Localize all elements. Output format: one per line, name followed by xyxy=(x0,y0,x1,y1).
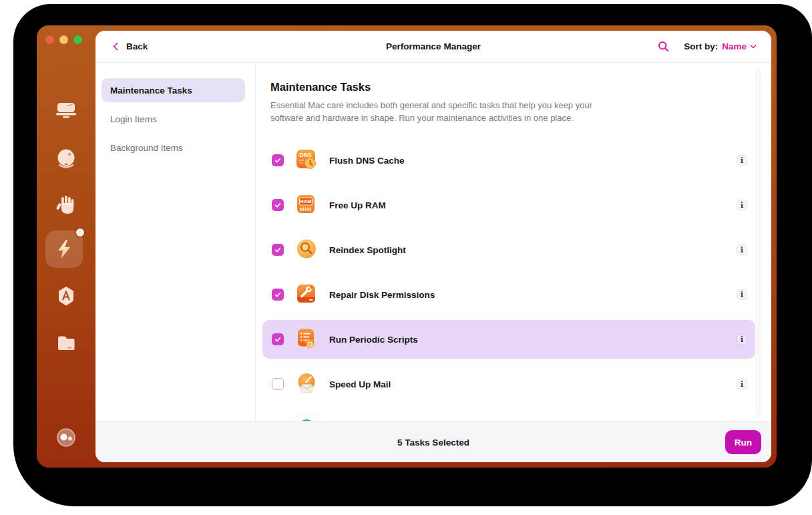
applications-icon[interactable] xyxy=(37,283,95,310)
monitor-icon[interactable] xyxy=(37,100,95,124)
task-row-run-periodic-scripts[interactable]: Run Periodic Scripts i xyxy=(262,320,755,359)
sphere-icon[interactable] xyxy=(37,146,95,172)
minimize-window-button[interactable] xyxy=(59,35,68,44)
scripts-gear-tile-icon xyxy=(294,327,319,351)
zoom-window-button[interactable] xyxy=(73,35,82,44)
disk-wrench-tile-icon xyxy=(294,283,319,307)
content-description: Essential Mac care includes both general… xyxy=(270,100,608,124)
task-row-flush-dns-cache[interactable]: DNS Flush DNS Cache i xyxy=(262,141,755,180)
task-label: Flush DNS Cache xyxy=(329,156,405,166)
info-icon[interactable]: i xyxy=(737,379,747,389)
task-label: Reindex Spotlight xyxy=(329,245,406,255)
info-icon[interactable]: i xyxy=(737,334,747,345)
section-nav: Maintenance Tasks Login Items Background… xyxy=(95,63,256,421)
toolbar-right-group: Sort by: Name xyxy=(658,41,757,52)
spotlight-magnifier-tile-icon xyxy=(294,238,319,262)
page-title: Performance Manager xyxy=(386,41,481,51)
task-checkbox[interactable] xyxy=(272,333,284,345)
task-label: Repair Disk Permissions xyxy=(329,290,435,300)
back-button-label: Back xyxy=(126,41,148,51)
task-label: Run Periodic Scripts xyxy=(329,335,418,345)
chevron-down-icon xyxy=(750,42,757,49)
task-row-free-up-ram[interactable]: RAM Free Up RAM i xyxy=(262,186,755,224)
footer-bar: 5 Tasks Selected Run xyxy=(95,421,771,462)
mail-gauge-tile-icon xyxy=(294,372,319,396)
task-list: DNS Flush DNS Cache i xyxy=(262,141,755,403)
traffic-lights xyxy=(45,35,82,44)
app-window: Back Performance Manager Sort by: Name xyxy=(37,25,777,468)
info-icon[interactable]: i xyxy=(737,155,747,166)
nav-item-background-items[interactable]: Background Items xyxy=(95,136,255,160)
task-row-repair-disk-permissions[interactable]: Repair Disk Permissions i xyxy=(262,275,755,314)
task-checkbox[interactable] xyxy=(272,378,284,390)
sort-by-label: Sort by: xyxy=(684,41,718,51)
info-icon[interactable]: i xyxy=(737,289,747,300)
svg-text:DNS: DNS xyxy=(300,152,312,158)
task-checkbox[interactable] xyxy=(272,199,284,211)
tasks-selected-status: 5 Tasks Selected xyxy=(397,437,469,447)
folder-icon[interactable] xyxy=(37,330,95,355)
task-row-speed-up-mail[interactable]: Speed Up Mail i xyxy=(262,365,755,403)
ram-chip-tile-icon: RAM xyxy=(294,193,319,217)
info-icon[interactable]: i xyxy=(737,244,747,255)
svg-text:RAM: RAM xyxy=(300,198,311,204)
task-label: Free Up RAM xyxy=(329,200,386,210)
run-button[interactable]: Run xyxy=(725,430,761,454)
lightning-icon xyxy=(54,238,74,260)
close-window-button[interactable] xyxy=(45,35,54,44)
dns-clock-tile-icon: DNS xyxy=(294,148,319,172)
task-label: Speed Up Mail xyxy=(329,379,391,389)
content-panel: Back Performance Manager Sort by: Name xyxy=(95,31,771,462)
panel-body: Maintenance Tasks Login Items Background… xyxy=(95,63,771,421)
partial-task-icon xyxy=(294,415,319,421)
nav-item-login-items[interactable]: Login Items xyxy=(95,107,255,131)
task-checkbox[interactable] xyxy=(272,244,284,256)
notification-badge xyxy=(76,228,84,236)
info-icon[interactable]: i xyxy=(737,200,747,210)
search-icon[interactable] xyxy=(658,41,669,52)
task-row-reindex-spotlight[interactable]: Reindex Spotlight i xyxy=(262,230,755,269)
back-button[interactable]: Back xyxy=(114,41,148,51)
hand-icon[interactable] xyxy=(37,192,95,219)
performance-tab-selected[interactable] xyxy=(45,230,83,268)
scrollbar[interactable] xyxy=(756,69,761,417)
content-title: Maintenance Tasks xyxy=(270,80,755,94)
assistant-icon[interactable] xyxy=(37,425,95,452)
window-toolbar: Back Performance Manager Sort by: Name xyxy=(95,31,771,63)
task-checkbox[interactable] xyxy=(272,289,284,301)
main-content: Maintenance Tasks Essential Mac care inc… xyxy=(256,63,771,421)
task-checkbox[interactable] xyxy=(272,154,284,166)
sort-by-value: Name xyxy=(722,41,747,51)
nav-item-maintenance-tasks[interactable]: Maintenance Tasks xyxy=(102,78,245,102)
sort-by-dropdown[interactable]: Sort by: Name xyxy=(684,41,757,51)
chevron-left-icon xyxy=(113,42,122,51)
